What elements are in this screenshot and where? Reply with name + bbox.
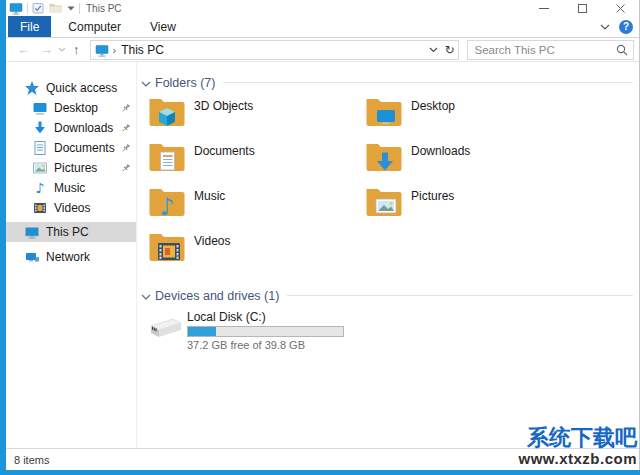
folder-documents-icon [148, 140, 186, 174]
pin-icon [120, 163, 131, 174]
divider [27, 3, 28, 14]
sidebar-item-documents[interactable]: Documents [6, 138, 136, 158]
ribbon-tabs: File Computer View ? [6, 16, 639, 38]
watermark: 系统下载吧 www.xtxzb.com [519, 426, 637, 467]
pictures-icon [32, 160, 48, 176]
sidebar-item-pictures[interactable]: Pictures [6, 158, 136, 178]
tab-file[interactable]: File [8, 16, 51, 37]
new-folder-icon[interactable] [49, 2, 62, 14]
address-bar[interactable]: › This PC ↻ [90, 40, 459, 60]
navigation-bar: ← → ↑ › This PC ↻ [6, 38, 639, 62]
desktop-icon [32, 100, 48, 116]
folder-tile-label: Videos [194, 234, 230, 248]
tab-view[interactable]: View [138, 16, 188, 37]
collapse-section-icon[interactable] [141, 81, 151, 87]
drive-usage-bar [187, 326, 344, 337]
watermark-site-url: www.xtxzb.com [519, 451, 637, 468]
ribbon-right-controls: ? [600, 16, 639, 37]
search-input[interactable] [475, 44, 616, 56]
hard-drive-icon [148, 310, 184, 340]
star-icon [24, 80, 40, 96]
folder-tile-downloads[interactable]: Downloads [365, 140, 582, 185]
sidebar-item-label: Desktop [54, 101, 98, 115]
folder-tile-desktop[interactable]: Desktop [365, 95, 582, 140]
section-drives-header[interactable]: Devices and drives (1) [139, 287, 639, 304]
collapse-ribbon-icon[interactable] [600, 24, 610, 30]
sidebar-item-label: Network [46, 250, 90, 264]
drive-free-space: 37.2 GB free of 39.8 GB [187, 339, 344, 351]
minimize-button[interactable] [525, 0, 563, 16]
drive-name: Local Disk (C:) [187, 310, 344, 324]
documents-icon [32, 140, 48, 156]
maximize-icon [578, 4, 587, 13]
sidebar-item-label: This PC [46, 225, 89, 239]
pin-icon [120, 143, 131, 154]
folder-music-icon: ♪ [148, 185, 186, 219]
sidebar-item-label: Downloads [54, 121, 113, 135]
forward-button[interactable]: → [35, 43, 58, 56]
this-pc-icon [24, 224, 40, 240]
drive-usage-fill [188, 327, 216, 336]
folder-desktop-icon [365, 95, 403, 129]
sidebar-item-label: Pictures [54, 161, 97, 175]
section-folders-header[interactable]: Folders (7) [139, 74, 639, 91]
music-note-glyph: ♪ [36, 180, 45, 196]
sidebar-item-music[interactable]: ♪ Music [6, 178, 136, 198]
breadcrumb[interactable]: This PC [121, 43, 164, 57]
drive-tile-local-disk-c[interactable]: Local Disk (C:) 37.2 GB free of 39.8 GB [139, 310, 639, 351]
breadcrumb-separator-icon: › [113, 44, 117, 56]
folder-tile-label: Documents [194, 144, 255, 158]
sidebar-item-quick-access[interactable]: Quick access [6, 78, 136, 98]
address-dropdown-icon[interactable] [429, 47, 438, 53]
item-count: 8 items [14, 454, 49, 466]
help-icon[interactable]: ? [619, 20, 633, 34]
folder-tile-videos[interactable]: Videos [148, 230, 365, 275]
desktop-background: This PC File Computer View ? [0, 0, 640, 475]
search-icon[interactable] [616, 44, 628, 56]
sidebar-item-this-pc[interactable]: This PC [6, 222, 136, 242]
tab-computer[interactable]: Computer [56, 16, 133, 37]
section-title: Devices and drives (1) [155, 289, 279, 303]
explorer-body: Quick access Desktop Downloads [6, 62, 639, 448]
minimize-icon [539, 3, 549, 13]
customize-qat-icon[interactable] [67, 6, 75, 11]
section-title: Folders (7) [155, 76, 215, 90]
folder-tile-label: Pictures [411, 189, 454, 203]
sidebar-item-videos[interactable]: Videos [6, 198, 136, 218]
music-note-glyph: ♪ [159, 193, 174, 219]
recent-locations-icon[interactable] [58, 47, 66, 52]
folder-tile-music[interactable]: ♪ Music [148, 185, 365, 230]
section-rule [287, 295, 633, 296]
refresh-icon[interactable]: ↻ [444, 43, 454, 57]
sidebar-item-network[interactable]: Network [6, 247, 136, 267]
folder-downloads-icon [365, 140, 403, 174]
folder-videos-icon [148, 230, 186, 264]
sidebar-item-label: Music [54, 181, 85, 195]
folder-tile-3d-objects[interactable]: 3D Objects [148, 95, 365, 140]
folder-tile-documents[interactable]: Documents [148, 140, 365, 185]
folder-tile-label: 3D Objects [194, 99, 253, 113]
app-icon [9, 1, 23, 15]
close-button[interactable] [601, 0, 639, 16]
folder-tile-pictures[interactable]: Pictures [365, 185, 582, 230]
music-icon: ♪ [32, 180, 48, 196]
window-title: This PC [86, 3, 122, 14]
properties-icon[interactable] [32, 2, 44, 14]
title-bar: This PC [6, 0, 639, 16]
back-button[interactable]: ← [12, 43, 35, 56]
folder-3d-objects-icon [148, 95, 186, 129]
folders-grid: 3D Objects Desktop [139, 95, 639, 275]
file-explorer-window: This PC File Computer View ? [6, 0, 640, 470]
pin-icon [120, 103, 131, 114]
watermark-site-name: 系统下载吧 [519, 426, 637, 450]
up-button[interactable]: ↑ [68, 43, 85, 56]
downloads-icon [32, 120, 48, 136]
collapse-section-icon[interactable] [141, 294, 151, 300]
maximize-button[interactable] [563, 0, 601, 16]
section-rule [223, 82, 633, 83]
pin-icon [120, 123, 131, 134]
help-glyph: ? [623, 21, 629, 32]
sidebar-item-downloads[interactable]: Downloads [6, 118, 136, 138]
sidebar-item-label: Documents [54, 141, 115, 155]
sidebar-item-desktop[interactable]: Desktop [6, 98, 136, 118]
